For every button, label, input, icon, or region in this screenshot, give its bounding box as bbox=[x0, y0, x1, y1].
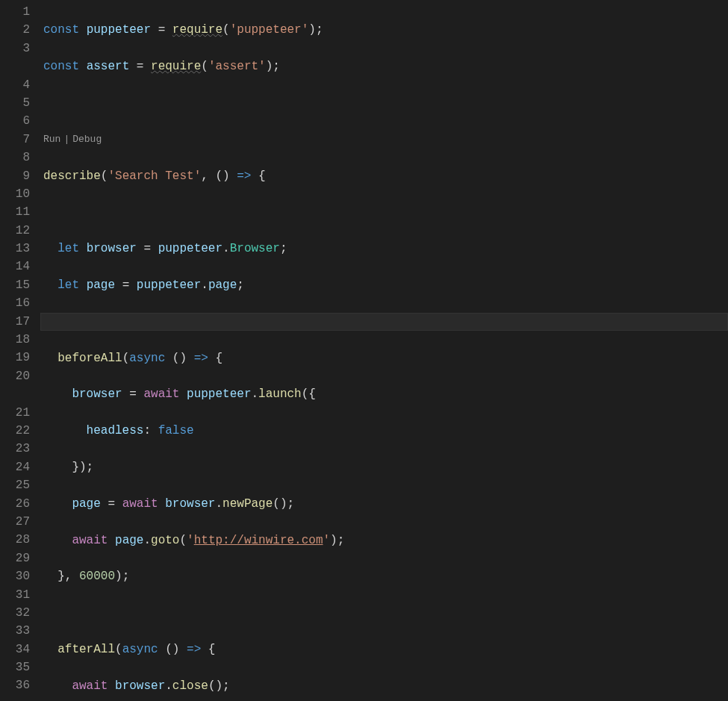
line-number: 17 bbox=[0, 313, 30, 331]
line-number: 33 bbox=[0, 622, 30, 640]
code-line[interactable]: describe('Search Test', () => { bbox=[43, 167, 728, 185]
line-number: 34 bbox=[0, 641, 30, 658]
line-number: 36 bbox=[0, 676, 30, 694]
line-number: 28 bbox=[0, 531, 30, 549]
line-number: 18 bbox=[0, 331, 30, 349]
code-line[interactable]: const puppeteer = require('puppeteer'); bbox=[43, 21, 728, 39]
line-number: 32 bbox=[0, 604, 30, 622]
line-number: 3 bbox=[0, 40, 30, 57]
line-number: 19 bbox=[0, 349, 30, 367]
line-number bbox=[0, 385, 30, 403]
line-number: 29 bbox=[0, 549, 30, 567]
line-number: 35 bbox=[0, 658, 30, 676]
line-number: 9 bbox=[0, 167, 30, 185]
codelens-debug[interactable]: Debug bbox=[72, 131, 102, 149]
line-number: 14 bbox=[0, 258, 30, 275]
line-number: 31 bbox=[0, 586, 30, 604]
code-line[interactable] bbox=[43, 604, 728, 622]
code-line[interactable]: afterAll(async () => { bbox=[43, 641, 728, 658]
line-number: 11 bbox=[0, 203, 30, 221]
line-number: 6 bbox=[0, 112, 30, 130]
code-line[interactable]: browser = await puppeteer.launch({ bbox=[43, 385, 728, 403]
line-number: 2 bbox=[0, 21, 30, 39]
code-line[interactable] bbox=[43, 94, 728, 112]
code-line[interactable]: let page = puppeteer.page; bbox=[43, 276, 728, 294]
line-number: 4 bbox=[0, 76, 30, 94]
code-line-active[interactable] bbox=[40, 313, 728, 331]
codelens: Run|Debug bbox=[43, 131, 728, 149]
line-number: 21 bbox=[0, 404, 30, 422]
line-number: 1 bbox=[0, 3, 30, 21]
line-number: 16 bbox=[0, 294, 30, 312]
line-number-gutter: 1 2 3 4 5 6 7 8 9 10 11 12 13 14 15 16 1… bbox=[0, 0, 43, 701]
code-line[interactable]: }); bbox=[43, 458, 728, 476]
line-number: 10 bbox=[0, 185, 30, 203]
code-content[interactable]: const puppeteer = require('puppeteer'); … bbox=[43, 0, 728, 701]
line-number: 30 bbox=[0, 567, 30, 585]
code-line[interactable]: const assert = require('assert'); bbox=[43, 57, 728, 75]
code-line[interactable]: await browser.close(); bbox=[43, 677, 728, 695]
line-number: 24 bbox=[0, 458, 30, 476]
codelens-run[interactable]: Run bbox=[43, 131, 60, 149]
code-line[interactable]: headless: false bbox=[43, 422, 728, 440]
code-line[interactable]: page = await browser.newPage(); bbox=[43, 495, 728, 513]
line-number: 5 bbox=[0, 94, 30, 112]
line-number bbox=[0, 57, 30, 75]
line-number: 8 bbox=[0, 149, 30, 166]
code-line[interactable]: let browser = puppeteer.Browser; bbox=[43, 240, 728, 258]
line-number: 23 bbox=[0, 440, 30, 458]
line-number: 20 bbox=[0, 367, 30, 385]
line-number: 7 bbox=[0, 131, 30, 149]
code-line[interactable]: await page.goto('http://winwire.com'); bbox=[43, 532, 728, 549]
line-number: 27 bbox=[0, 513, 30, 531]
code-line[interactable] bbox=[43, 203, 728, 221]
line-number: 15 bbox=[0, 276, 30, 294]
line-number: 25 bbox=[0, 476, 30, 494]
line-number: 12 bbox=[0, 222, 30, 240]
code-line[interactable]: }, 60000); bbox=[43, 567, 728, 585]
line-number: 26 bbox=[0, 495, 30, 513]
code-line[interactable]: beforeAll(async () => { bbox=[43, 349, 728, 367]
line-number: 13 bbox=[0, 240, 30, 258]
codelens-separator: | bbox=[63, 131, 69, 149]
code-editor: 1 2 3 4 5 6 7 8 9 10 11 12 13 14 15 16 1… bbox=[0, 0, 728, 701]
line-number: 22 bbox=[0, 422, 30, 440]
